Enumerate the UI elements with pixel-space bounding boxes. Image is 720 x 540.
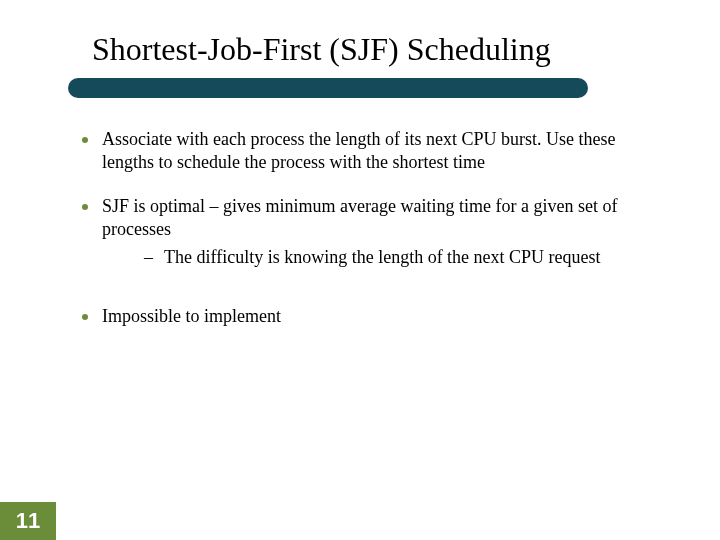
title-underline-bar: [68, 78, 588, 98]
bullet-item: SJF is optimal – gives minimum average w…: [82, 195, 668, 275]
bullet-text-span: SJF is optimal – gives minimum average w…: [102, 196, 617, 239]
bullet-dot-icon: [82, 204, 88, 210]
bullet-dot-icon: [82, 314, 88, 320]
bullet-text: SJF is optimal – gives minimum average w…: [102, 195, 668, 275]
page-number: 11: [16, 508, 40, 534]
slide-content: Associate with each process the length o…: [82, 128, 668, 349]
page-number-badge: 11: [0, 502, 56, 540]
bullet-item: Impossible to implement: [82, 305, 668, 328]
bullet-dot-icon: [82, 137, 88, 143]
sub-bullet-dash-icon: –: [144, 246, 158, 269]
bullet-text: Associate with each process the length o…: [102, 128, 668, 173]
sub-bullet-text: The difficulty is knowing the length of …: [164, 246, 668, 269]
sub-bullet-item: – The difficulty is knowing the length o…: [144, 246, 668, 269]
slide: Shortest-Job-First (SJF) Scheduling Asso…: [0, 0, 720, 540]
slide-title: Shortest-Job-First (SJF) Scheduling: [92, 32, 551, 67]
bullet-text: Impossible to implement: [102, 305, 668, 328]
bullet-item: Associate with each process the length o…: [82, 128, 668, 173]
